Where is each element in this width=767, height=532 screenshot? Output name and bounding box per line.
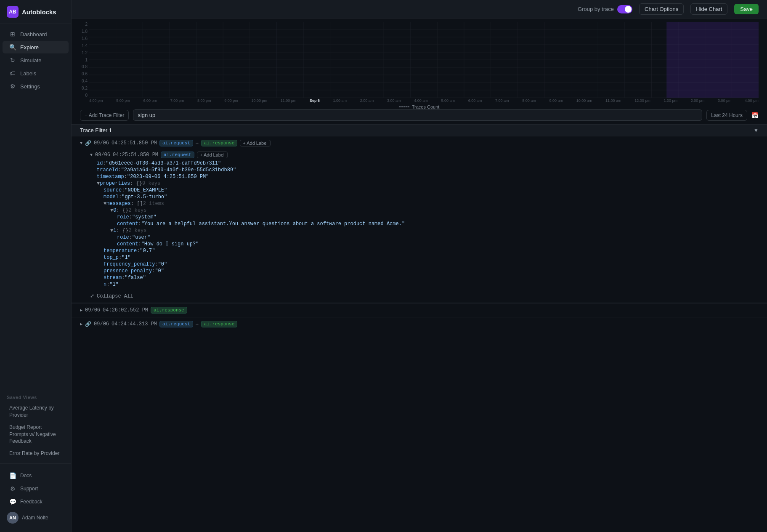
sub-badge-ai-request: ai.request <box>161 152 194 158</box>
x-label-800am: 8:00 am <box>522 98 536 103</box>
y-label-12: 1.2 <box>80 51 88 55</box>
toggle-knob <box>625 6 632 13</box>
sub-expand-arrow[interactable]: ▼ <box>90 153 93 157</box>
x-label-400pm: 4:00 pm <box>89 98 103 103</box>
save-button[interactable]: Save <box>734 4 759 14</box>
sidebar-item-label-settings: Settings <box>20 83 40 90</box>
x-label-1000am: 10:00 am <box>576 98 592 103</box>
trace-entry-1-header[interactable]: ▼ 🔗 09/06 04:25:51.850 PM ai.request → a… <box>72 136 767 150</box>
x-label-sep6: Sep 6 <box>310 98 320 103</box>
messages-expand-arrow[interactable]: ▼ <box>104 201 106 207</box>
x-label-500am: 5:00 am <box>441 98 455 103</box>
key-id: id <box>97 160 103 166</box>
sub-entry-1-date: 09/06 <box>95 152 110 158</box>
trace-1-time: 04:25:51.850 PM <box>111 140 157 146</box>
value-messages-meta: 2 items <box>143 201 164 207</box>
value-model: "gpt-3.5-turbo" <box>122 194 167 200</box>
trace-3-time: 04:24:44.313 PM <box>111 321 157 327</box>
calendar-icon[interactable]: 📅 <box>751 112 759 119</box>
sidebar-item-settings[interactable]: ⚙Settings <box>3 80 69 93</box>
filter-search-input[interactable] <box>133 109 702 121</box>
sidebar-bottom-item-support[interactable]: ⚙Support <box>3 482 69 495</box>
chart-legend: Traces Count <box>80 104 759 109</box>
external-link-icon-1[interactable]: 🔗 <box>85 140 91 146</box>
y-label-02: 0.2 <box>80 86 88 90</box>
trace-1-date: 09/06 <box>94 140 109 146</box>
expand-arrow-2[interactable]: ▶ <box>80 308 82 313</box>
sidebar-item-simulate[interactable]: ↻Simulate <box>3 54 69 66</box>
sidebar-bottom-item-docs[interactable]: 📄Docs <box>3 469 69 482</box>
key-msg1: 1 <box>113 228 116 234</box>
sidebar-item-labels[interactable]: 🏷Labels <box>3 67 69 80</box>
trace-filter-header[interactable]: Trace Filter 1 ▼ <box>72 125 767 136</box>
sidebar-bottom-label-feedback: Feedback <box>20 499 42 505</box>
value-role0: "system" <box>132 214 157 220</box>
sidebar-item-explore[interactable]: 🔍Explore <box>3 41 69 53</box>
value-stream: "false" <box>125 275 146 281</box>
key-role0: role <box>117 214 129 220</box>
date-range-button[interactable]: Last 24 Hours <box>706 110 747 121</box>
user-area[interactable]: AN Adam Nolte <box>0 508 71 527</box>
collapse-arrow-1[interactable]: ▼ <box>80 141 82 146</box>
group-by-trace-toggle[interactable] <box>617 5 632 13</box>
x-label-700pm: 7:00 pm <box>170 98 184 103</box>
field-id: id: "d561eeec-df30-4ad3-a371-caffd9eb731… <box>97 160 759 167</box>
chart-wrap: 0 0.2 0.4 0.6 0.8 1 1.2 1.4 1.6 1.8 2 <box>80 22 759 106</box>
chart-svg <box>89 22 759 98</box>
field-frequency-penalty: frequency_penalty: "0" <box>104 261 759 268</box>
legend-label: Traces Count <box>412 104 440 109</box>
sidebar-logo: AB Autoblocks <box>0 0 71 24</box>
x-label-900pm: 9:00 pm <box>224 98 238 103</box>
y-label-16: 1.6 <box>80 36 88 41</box>
logo-icon: AB <box>7 6 19 18</box>
field-stream: stream: "false" <box>104 274 759 281</box>
trace-entry-3-header[interactable]: ▶ 🔗 09/06 04:24:44.313 PM ai.request → a… <box>72 317 767 331</box>
key-messages: messages <box>106 201 131 207</box>
msg1-expand-arrow[interactable]: ▼ <box>110 228 113 234</box>
field-top-p: top_p: "1" <box>104 254 759 261</box>
y-label-18: 1.8 <box>80 29 88 34</box>
key-msg0: 0 <box>113 207 116 213</box>
field-source: source: "NODE_EXAMPLE" <box>104 187 759 194</box>
sidebar-bottom: 📄Docs⚙Support💬Feedback AN Adam Nolte <box>0 463 71 532</box>
value-content1: "How do I sign up?" <box>141 241 199 247</box>
msg0-content: role: "system" content: "You are a helpf… <box>110 214 759 227</box>
value-content0: "You are a helpful assistant.You answer … <box>141 221 405 227</box>
add-label-button-1[interactable]: + Add Label <box>240 140 270 146</box>
value-top-p: "1" <box>122 255 131 261</box>
x-label-400pm2: 4:00 pm <box>745 98 759 103</box>
badge-ai-response-1: ai.response <box>201 140 238 146</box>
field-content1: content: "How do I sign up?" <box>117 241 759 247</box>
saved-view-budget-report[interactable]: Budget Report Prompts w/ Negative Feedba… <box>7 422 64 447</box>
x-label-700am: 7:00 am <box>495 98 509 103</box>
sidebar-item-label-dashboard: Dashboard <box>20 31 47 37</box>
messages-content: ▼ 0: {} 2 keys role: "system" content: "… <box>104 207 759 247</box>
trace-entry-2-header[interactable]: ▶ 09/06 04:26:02.552 PM ai.response <box>72 303 767 317</box>
dashboard-icon: ⊞ <box>9 31 16 37</box>
field-messages: ▼ messages: [] 2 items <box>104 200 759 207</box>
sidebar-bottom-item-feedback[interactable]: 💬Feedback <box>3 495 69 508</box>
saved-view-error-rate[interactable]: Error Rate by Provider <box>7 448 64 459</box>
sidebar-item-label-labels: Labels <box>20 70 36 77</box>
support-icon: ⚙ <box>9 485 16 492</box>
value-source: "NODE_EXAMPLE" <box>125 187 167 193</box>
collapse-all-button[interactable]: ⤢ Collapse All <box>72 290 767 303</box>
sidebar-item-label-simulate: Simulate <box>20 57 42 64</box>
key-timestamp: timestamp <box>97 174 124 180</box>
expand-arrow-3[interactable]: ▶ <box>80 322 82 327</box>
value-role1: "user" <box>132 234 150 240</box>
x-label-200pm: 2:00 pm <box>691 98 705 103</box>
properties-expand-arrow[interactable]: ▼ <box>97 181 100 186</box>
x-label-100am: 1:00 am <box>333 98 347 103</box>
add-trace-filter-button[interactable]: + Add Trace Filter <box>80 110 129 121</box>
hide-chart-button[interactable]: Hide Chart <box>690 3 727 15</box>
sub-add-label-button[interactable]: + Add Label <box>197 152 227 158</box>
msg0-expand-arrow[interactable]: ▼ <box>110 207 113 213</box>
chart-options-button[interactable]: Chart Options <box>639 3 684 15</box>
sidebar-item-dashboard[interactable]: ⊞Dashboard <box>3 28 69 40</box>
sub-entry-1-header[interactable]: ▼ 09/06 04:25:51.850 PM ai.request + Add… <box>72 150 767 160</box>
external-link-icon-3[interactable]: 🔗 <box>85 321 91 327</box>
simulate-icon: ↻ <box>9 57 16 64</box>
badge-ai-response-3: ai.response <box>201 321 238 327</box>
saved-view-avg-latency[interactable]: Average Latency by Provider <box>7 402 64 421</box>
